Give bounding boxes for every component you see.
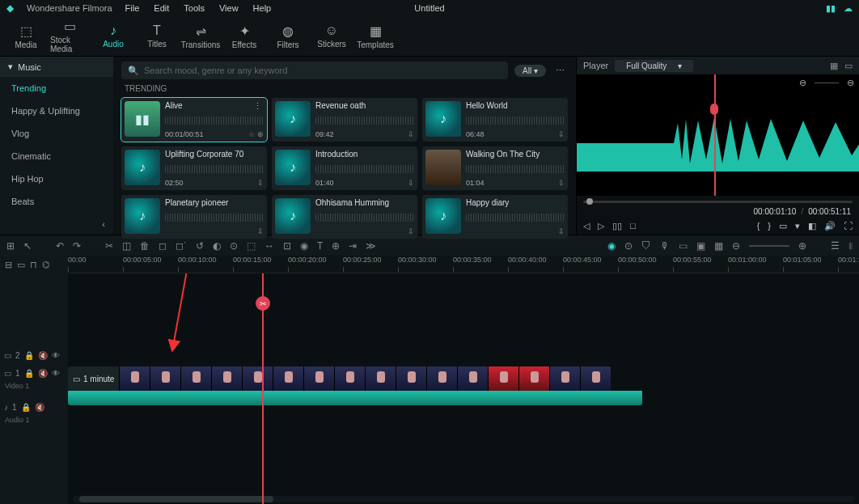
crop-icon[interactable]: ◫ (122, 240, 131, 252)
mic-icon[interactable]: 🎙 (660, 240, 670, 252)
track-card[interactable]: ♪ Happy diary⇩ (422, 195, 568, 239)
tl-icon[interactable]: ⊓ (30, 260, 37, 270)
bracket-open-icon[interactable]: { (757, 221, 760, 231)
download-icon[interactable]: ⇩ (408, 179, 414, 187)
filter-dropdown[interactable]: All ▾ (514, 65, 546, 77)
tl-icon[interactable]: ↺ (196, 240, 204, 252)
speed-icon[interactable]: ⊙ (230, 240, 238, 252)
tool-audio[interactable]: ♪Audio (94, 23, 133, 49)
tool-stock-media[interactable]: ▭Stock Media (50, 19, 89, 53)
tl-icon[interactable]: ◐ (213, 240, 221, 252)
color-icon[interactable]: ◉ (300, 240, 308, 252)
tl-pointer-icon[interactable]: ↖ (23, 240, 32, 252)
download-icon[interactable]: ⇩ (257, 179, 264, 187)
lock-icon[interactable]: 🔒 (24, 369, 34, 378)
bracket-close-icon[interactable]: } (768, 221, 771, 231)
tool-filters[interactable]: ◍Filters (269, 23, 307, 49)
gift-icon[interactable]: ▮▮ (826, 3, 836, 14)
download-icon[interactable]: ⇩ (408, 227, 414, 235)
zoom-out-icon[interactable]: ⊖ (799, 78, 806, 88)
track-card-alive[interactable]: ▮▮ Alive 00:01/00:51☆ ⊕ ⋮ (121, 98, 267, 142)
tl-icon[interactable]: ▣ (696, 240, 705, 252)
track-card[interactable]: Walking On The City01:04⇩ (422, 146, 568, 190)
sidebar-heading[interactable]: ▾Music (0, 57, 113, 77)
download-icon[interactable]: ⊕ (257, 130, 264, 138)
grid-view-icon[interactable]: ▦ (830, 61, 838, 71)
sidebar-item-cinematic[interactable]: Cinematic (0, 145, 113, 167)
menu-file[interactable]: File (125, 3, 140, 13)
more-options-button[interactable]: ⋯ (552, 66, 568, 76)
menu-tools[interactable]: Tools (184, 3, 205, 13)
tl-icon[interactable]: ⊡ (283, 240, 291, 252)
lock-icon[interactable]: 🔒 (21, 403, 31, 412)
download-icon[interactable]: ⇩ (408, 130, 414, 138)
tl-icon[interactable]: ◻ (159, 240, 167, 252)
zoom-in-icon[interactable]: ⊕ (798, 240, 806, 252)
track-card[interactable]: ♪ Planetary pioneer⇩ (121, 195, 267, 239)
scrub-handle[interactable] (586, 198, 593, 205)
search-input[interactable]: 🔍 Search mood, genre or any keyword (121, 61, 508, 79)
snapshot-icon[interactable]: ▭ (779, 221, 787, 231)
timeline-tracks[interactable]: ✂ ▭1 minute (68, 273, 859, 504)
visibility-icon[interactable]: 👁 (52, 369, 60, 378)
menu-help[interactable]: Help (253, 3, 272, 13)
volume-icon[interactable]: 🔊 (824, 221, 836, 231)
track-card[interactable]: ♪ Ohhisama Humming⇩ (272, 195, 417, 239)
tl-icon[interactable]: ▭ (679, 240, 688, 252)
stop-button[interactable]: □ (630, 221, 636, 231)
track-card[interactable]: ♪ Revenue oath09:42⇩ (272, 98, 417, 142)
sidebar-item-beats[interactable]: Beats (0, 190, 113, 213)
tool-transitions[interactable]: ⇌Transitions (181, 23, 220, 49)
play-button[interactable]: ▷ (598, 221, 604, 231)
download-icon[interactable]: ⇩ (558, 179, 565, 187)
track-card[interactable]: ♪ Introduction01:40⇩ (272, 146, 417, 190)
shield-icon[interactable]: ⛉ (641, 240, 651, 252)
menu-view[interactable]: View (219, 3, 239, 13)
menu-edit[interactable]: Edit (154, 3, 169, 13)
zoom-out-icon[interactable]: ⊖ (732, 240, 740, 252)
sidebar-item-happy[interactable]: Happy & Uplifting (0, 100, 113, 122)
tl-tool-icon[interactable]: ⊞ (6, 240, 15, 252)
tool-templates[interactable]: ▦Templates (356, 23, 395, 49)
tl-icon[interactable]: ⬚ (247, 240, 256, 252)
zoom-in-icon[interactable]: ⊖ (847, 78, 854, 88)
mixer-icon[interactable]: ⫴ (848, 240, 853, 252)
list-icon[interactable]: ☰ (831, 240, 840, 252)
download-icon[interactable]: ⇩ (558, 227, 565, 235)
preview-playhead-handle[interactable] (710, 104, 718, 115)
layout-icon[interactable]: ▭ (844, 61, 853, 71)
cut-icon[interactable]: ✂ (105, 240, 113, 252)
preview-viewport[interactable]: ⊖ ⊖ (577, 74, 859, 196)
tl-icon[interactable]: ↔ (264, 240, 274, 252)
prev-frame-button[interactable]: ◁ (583, 221, 590, 231)
magnet-icon[interactable]: ⌬ (42, 260, 50, 270)
cloud-icon[interactable]: ☁ (844, 3, 853, 14)
tl-icon[interactable]: ⊙ (624, 240, 633, 252)
tl-icon[interactable]: ◉ (607, 240, 616, 252)
download-icon[interactable]: ⇩ (257, 227, 264, 235)
tool-stickers[interactable]: ☺Stickers (312, 23, 351, 49)
sidebar-collapse-button[interactable]: ‹ (0, 213, 113, 235)
tl-icon[interactable]: T (317, 240, 323, 252)
playhead-handle[interactable]: ✂ (256, 296, 270, 311)
mute-icon[interactable]: 🔇 (35, 403, 44, 412)
sidebar-item-trending[interactable]: Trending (0, 77, 113, 100)
fullscreen-icon[interactable]: ⛶ (844, 221, 853, 231)
trash-icon[interactable]: 🗑 (140, 240, 150, 252)
tl-icon[interactable]: ≫ (366, 240, 376, 252)
quality-dropdown[interactable]: Full Quality▾ (615, 60, 693, 72)
marker-icon[interactable]: ▾ (795, 221, 800, 231)
tl-icon[interactable]: ⊕ (332, 240, 340, 252)
zoom-slider[interactable] (749, 245, 789, 247)
tool-effects[interactable]: ✦Effects (225, 23, 264, 49)
tl-icon[interactable]: ⇥ (349, 240, 357, 252)
scrollbar-thumb[interactable] (79, 496, 273, 502)
scrub-bar[interactable] (583, 201, 853, 203)
track-card[interactable]: ♪ Hello World06:48⇩ (422, 98, 568, 142)
tl-icon[interactable]: ◻˙ (176, 240, 187, 252)
video-clip[interactable]: ▭1 minute (68, 366, 611, 391)
preview-playhead[interactable] (714, 74, 716, 196)
zoom-slider[interactable] (815, 83, 839, 83)
mute-icon[interactable]: 🔇 (38, 369, 48, 378)
download-icon[interactable]: ⇩ (558, 130, 565, 138)
